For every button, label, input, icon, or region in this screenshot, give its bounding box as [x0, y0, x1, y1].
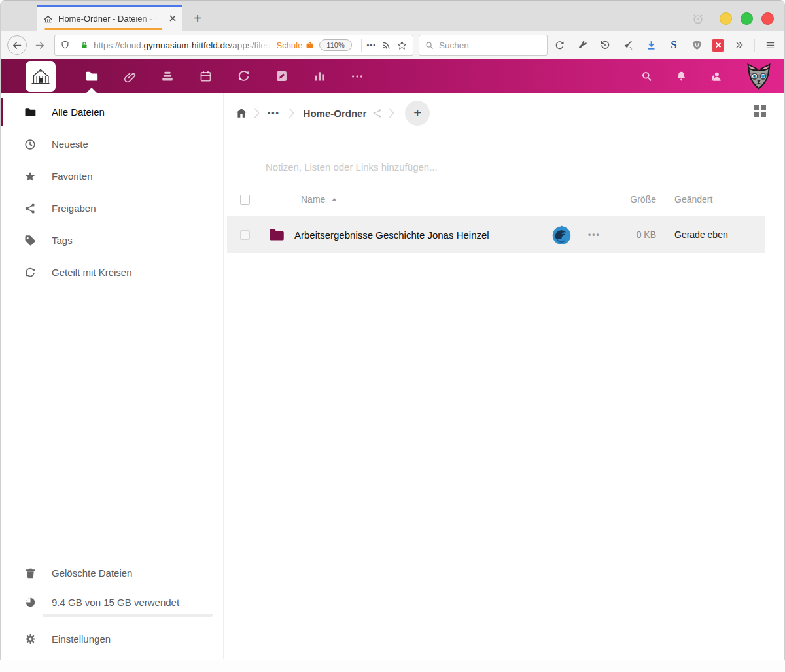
- forward-button[interactable]: [29, 35, 49, 55]
- briefcase-icon: [305, 41, 315, 50]
- close-button[interactable]: [761, 12, 774, 25]
- app-files-icon[interactable]: [73, 59, 111, 93]
- app-body: Alle Dateien Neueste Favoriten: [1, 93, 784, 659]
- feed-icon[interactable]: [381, 40, 392, 51]
- sidebar-item-shares[interactable]: Freigaben: [1, 192, 223, 224]
- column-modified[interactable]: Geändert: [674, 194, 765, 205]
- https-lock-icon[interactable]: [80, 40, 89, 50]
- star-icon: [23, 170, 37, 183]
- overflow-chevrons-icon[interactable]: [731, 37, 747, 53]
- owner-avatar[interactable]: [551, 224, 572, 246]
- file-size: 0 KB: [608, 229, 656, 240]
- app-analytics-icon[interactable]: [300, 59, 338, 93]
- home-icon[interactable]: [235, 107, 248, 120]
- maximize-button[interactable]: [741, 12, 753, 25]
- sidebar-item-label: Favoriten: [52, 171, 93, 182]
- file-modified: Gerade eben: [674, 229, 765, 240]
- quota-section[interactable]: 9.4 GB von 15 GB verwendet: [1, 589, 223, 623]
- gear-icon: [23, 633, 37, 645]
- wrench-icon[interactable]: [574, 37, 590, 53]
- folder-icon: [23, 106, 37, 119]
- breadcrumb-current-folder[interactable]: Home-Ordner: [304, 108, 367, 119]
- tab-favicon: [43, 14, 53, 24]
- workspace-notes-placeholder[interactable]: Notizen, Listen oder Links hinzufügen...: [266, 161, 438, 173]
- nav-toolbar: https://cloud.gymnasium-hittfeld.de/apps…: [1, 31, 784, 59]
- sidebar-item-recent[interactable]: Neueste: [1, 128, 223, 160]
- sidebar-item-label: Tags: [52, 235, 73, 246]
- sidebar-item-trash[interactable]: Gelöschte Dateien: [1, 557, 223, 589]
- browser-window: Home-Ordner - Dateien - G +: [0, 0, 785, 660]
- app-calendar-icon[interactable]: [186, 59, 224, 93]
- user-avatar-raccoon[interactable]: [745, 63, 773, 90]
- divider: [75, 39, 75, 52]
- new-tab-button[interactable]: +: [188, 8, 207, 28]
- stylus-extension-icon[interactable]: S: [666, 37, 682, 53]
- tab-close-icon[interactable]: [169, 14, 177, 22]
- header-right: [640, 59, 773, 93]
- column-name[interactable]: Name: [301, 194, 337, 205]
- tracking-protection-shield-icon[interactable]: [60, 40, 70, 50]
- sidebar-item-favorites[interactable]: Favoriten: [1, 160, 223, 192]
- sidebar-item-label: Alle Dateien: [52, 107, 105, 118]
- sidebar-item-label: Geteilt mit Kreisen: [52, 267, 132, 278]
- bookmark-star-icon[interactable]: [396, 40, 408, 51]
- folder-icon[interactable]: [268, 226, 285, 244]
- browser-tab[interactable]: Home-Ordner - Dateien - G: [37, 5, 182, 32]
- file-name[interactable]: Arbeitsergebnisse Geschichte Jonas Heinz…: [294, 229, 489, 241]
- new-file-button[interactable]: +: [405, 101, 430, 126]
- contacts-icon[interactable]: [710, 70, 723, 83]
- chevron-right-icon: [252, 107, 261, 119]
- clock-icon: [23, 138, 37, 151]
- column-size[interactable]: Größe: [578, 194, 656, 205]
- divider: [754, 39, 755, 52]
- sidebar-item-label: Gelöschte Dateien: [52, 567, 132, 579]
- row-actions-icon[interactable]: •••: [588, 230, 608, 239]
- nextcloud-header: [1, 59, 784, 93]
- app-group-folders-icon[interactable]: [148, 59, 186, 93]
- select-all-checkbox[interactable]: [240, 195, 250, 205]
- notifications-bell-icon[interactable]: [675, 70, 688, 82]
- search-input[interactable]: [439, 41, 524, 50]
- sidebar-item-tags[interactable]: Tags: [1, 224, 223, 256]
- app-circles-icon[interactable]: [224, 59, 262, 93]
- row-checkbox[interactable]: [240, 230, 250, 240]
- tag-icon: [23, 234, 37, 247]
- sidebar-item-label: Einstellungen: [52, 633, 111, 645]
- x-extension-icon[interactable]: [712, 39, 724, 52]
- trash-icon: [23, 567, 37, 579]
- divider: [361, 39, 362, 52]
- header-search-icon[interactable]: [640, 70, 653, 82]
- session-restore-icon[interactable]: [597, 37, 613, 53]
- menu-hamburger-icon[interactable]: [762, 37, 778, 53]
- page-actions-icon[interactable]: •••: [366, 41, 376, 49]
- breadcrumb-share-icon[interactable]: [372, 108, 383, 119]
- app-links-icon[interactable]: [111, 59, 148, 93]
- ublock-shield-icon[interactable]: [689, 37, 705, 53]
- faded-extension-icon[interactable]: [691, 12, 705, 25]
- breadcrumb-ellipsis[interactable]: •••: [265, 109, 283, 118]
- sidebar-item-label: Freigaben: [52, 203, 96, 214]
- app-notes-icon[interactable]: [262, 59, 300, 93]
- zoom-level-badge[interactable]: 110%: [319, 39, 351, 51]
- files-sidebar: Alle Dateien Neueste Favoriten: [1, 93, 224, 659]
- reload-icon[interactable]: [551, 37, 567, 53]
- download-icon[interactable]: [643, 37, 659, 53]
- school-logo[interactable]: [26, 61, 56, 92]
- tab-bar: Home-Ordner - Dateien - G +: [1, 0, 784, 31]
- sidebar-item-shared-circles[interactable]: Geteilt mit Kreisen: [1, 256, 223, 288]
- app-more-icon[interactable]: [338, 59, 376, 93]
- minimize-button[interactable]: [720, 12, 732, 25]
- file-list-header: Name Größe Geändert: [224, 185, 765, 214]
- clean-broom-icon[interactable]: [620, 37, 636, 53]
- sort-ascending-icon: [332, 198, 337, 201]
- chevron-right-icon: [287, 107, 296, 119]
- url-bar[interactable]: https://cloud.gymnasium-hittfeld.de/apps…: [54, 35, 413, 56]
- sidebar-item-all-files[interactable]: Alle Dateien: [1, 96, 223, 128]
- grid-view-toggle-icon[interactable]: [754, 105, 766, 117]
- sidebar-item-settings[interactable]: Einstellungen: [1, 623, 223, 655]
- search-bar[interactable]: [419, 35, 548, 56]
- table-row[interactable]: Arbeitsergebnisse Geschichte Jonas Heinz…: [227, 216, 765, 253]
- url-text: https://cloud.gymnasium-hittfeld.de/apps…: [94, 41, 271, 50]
- back-button[interactable]: [7, 35, 27, 55]
- window-controls: [720, 12, 774, 25]
